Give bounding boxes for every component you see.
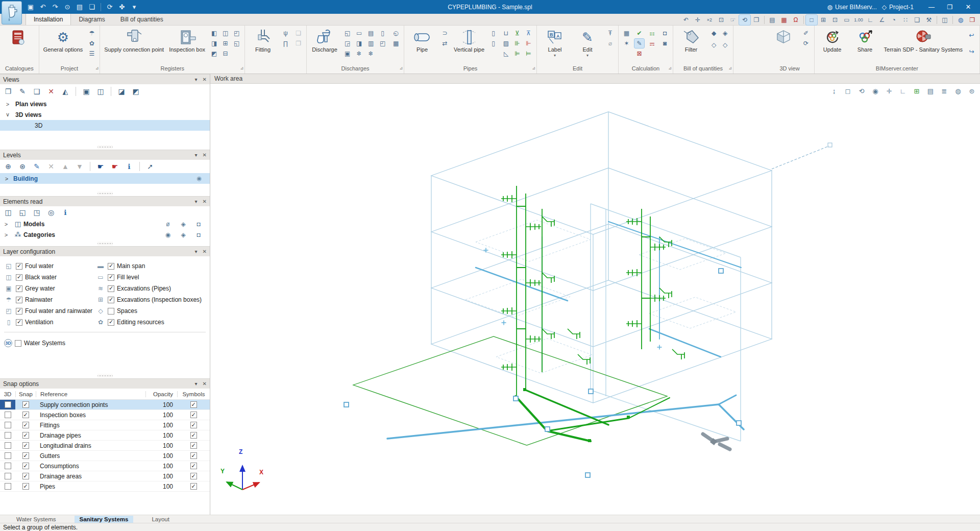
table-icon[interactable]: ▤ [925,86,936,96]
bottom-tab[interactable]: Layout [146,516,175,523]
snap-checkbox[interactable] [22,483,29,490]
add-filter-icon[interactable]: ◆ [709,29,719,38]
dialog-launcher-icon[interactable]: ⊿ [240,64,243,72]
join-middle-icon[interactable]: ⊪ [512,39,522,48]
snap-opacity-value[interactable]: 100 [145,410,177,420]
edit-level-icon[interactable]: ✎ [32,161,42,172]
close-icon[interactable]: ✕ [203,77,207,82]
dialog-launcher-icon[interactable]: ⊿ [668,64,672,72]
3d-brush-icon[interactable]: ✐ [801,29,811,38]
snap-3d-checkbox[interactable] [5,463,11,469]
open-section-icon[interactable]: ◩ [131,86,141,96]
close-icon[interactable]: ✕ [203,381,207,387]
window-layout-icon[interactable]: ◫ [939,15,950,25]
dialog-launcher-icon[interactable]: ⊿ [728,64,732,72]
send-to-window-icon[interactable]: ❐ [751,15,762,25]
layer-item[interactable]: ▬ Main span [96,260,208,272]
close-button[interactable]: ✕ [960,2,977,13]
fitting-button[interactable]: Fitting [248,28,278,54]
snap-checkbox[interactable] [22,422,29,428]
sphere-visibility-icon[interactable]: ◎ [46,207,56,218]
box-select-icon[interactable]: ◈ [179,220,187,228]
snap-3d-checkbox[interactable] [5,412,11,418]
pipe-hatch-icon[interactable]: ▨ [501,39,511,48]
pipe-elbow-icon[interactable]: ⊃ [440,29,450,38]
camera-icon[interactable]: ▣ [81,86,91,96]
layer-checkbox[interactable] [15,340,21,347]
snap-row[interactable]: Drainage pipes 100 [0,430,210,441]
expander-icon[interactable]: > [0,101,15,107]
label-button[interactable]: B A Label ▾ [540,28,570,58]
dialog-launcher-icon[interactable]: ⊿ [399,64,403,72]
layer-item[interactable]: ▭ Fill level [96,272,208,283]
layer-checkbox[interactable] [108,274,114,281]
snap-opacity-value[interactable]: 100 [145,461,177,471]
layer-checkbox[interactable] [16,263,22,270]
layer-checkbox[interactable] [16,285,22,292]
delete-level-icon[interactable]: ✕ [46,161,56,172]
measure-icon[interactable]: ∟ [898,86,908,96]
full-window-icon[interactable]: □ [806,15,817,25]
join-bottom-icon[interactable]: ⊫ [512,49,522,58]
panel-resize-handle[interactable] [0,373,210,378]
new-view-icon[interactable]: ❐ [3,86,13,96]
search-icon[interactable]: ⊙ [62,2,72,12]
sync-icon[interactable]: ⟳ [105,2,115,12]
delete-results-icon[interactable]: ⊠ [634,49,644,58]
snap-row[interactable]: Consumptions 100 [0,461,210,471]
eye-icon[interactable]: ◉ [870,86,880,96]
layers-options-icon[interactable]: ☰ [87,49,96,58]
snap-magnet-icon[interactable]: Ω [790,15,801,25]
help-book-icon[interactable]: ❒ [967,15,978,25]
snap-row[interactable]: Drainage areas 100 [0,471,210,481]
snap-grid-icon[interactable]: ⊡ [829,15,841,25]
dxf-templates-icon[interactable]: ▤ [767,15,778,25]
zoom-previous-icon[interactable]: ↶ [680,15,692,25]
keyboard-entry-icon[interactable]: ▭ [841,15,852,25]
layer-item[interactable]: ⊞ Excavations (Inspection boxes) [96,294,208,305]
expander-icon[interactable]: > [0,232,12,238]
add-level-icon[interactable]: ⊕ [3,161,13,172]
snap-checkbox[interactable] [22,463,29,469]
box-select-icon[interactable]: ◈ [179,231,187,239]
section-view-icon[interactable]: ◪ [116,86,127,96]
panel-resize-handle[interactable] [0,191,210,196]
bottom-tab[interactable]: Water Systems [11,516,61,523]
collapse-icon[interactable]: ▾ [195,199,198,204]
annotation-icon[interactable]: ❑ [912,15,923,25]
snap-3d-checkbox[interactable] [5,422,11,428]
general-options-button[interactable]: ⚙ General options [42,28,84,54]
export-view-icon[interactable]: ❏ [87,2,97,12]
dwg-layers-icon[interactable]: ▦ [778,15,790,25]
snap-symbols-checkbox[interactable] [190,401,197,408]
web-icon[interactable]: ◍ [955,15,966,25]
print-icon[interactable]: ▤ [75,2,85,12]
layer-item[interactable]: ☂ Rainwater [4,294,96,305]
pipe-slope-icon[interactable]: ⇄ [440,39,450,48]
expander-icon[interactable]: > [0,221,12,227]
restore-button[interactable]: ❐ [941,2,959,13]
snap-row[interactable]: Gutters 100 [0,451,210,461]
share-button[interactable]: Share [850,28,880,54]
snap-opacity-value[interactable]: 100 [145,481,177,491]
save-icon[interactable]: ▣ [26,2,36,12]
layer-checkbox[interactable] [16,274,22,281]
consumption-options-icon[interactable]: ✿ [87,39,96,48]
delete-labels-icon[interactable]: ⌀ [605,39,615,48]
visibility-icon[interactable]: ◍ [953,86,963,96]
zoom-all-icon[interactable]: ✛ [692,15,703,25]
funnel-fitting-icon[interactable]: ∏ [281,39,290,48]
snap-symbols-checkbox[interactable] [190,422,197,428]
bim-import-icon[interactable]: ↩ [967,31,976,40]
register-box-8-icon[interactable]: ◱ [232,39,241,48]
assign-blue-icon[interactable]: ☛ [95,161,106,172]
washing-machine-icon[interactable]: ▥ [366,39,376,48]
panel-resize-handle[interactable] [0,241,210,246]
3d-box-icon[interactable]: ◻ [843,86,853,96]
snap-symbols-checkbox[interactable] [190,442,197,449]
3d-rotate-icon[interactable]: ⟳ [801,39,811,48]
layer-item[interactable]: ▯ Ventilation [4,317,96,328]
dialog-launcher-icon[interactable]: ⊿ [532,64,535,72]
supply-options-icon[interactable]: ☂ [87,29,96,38]
show-filter-icon[interactable]: ◈ [720,29,730,38]
